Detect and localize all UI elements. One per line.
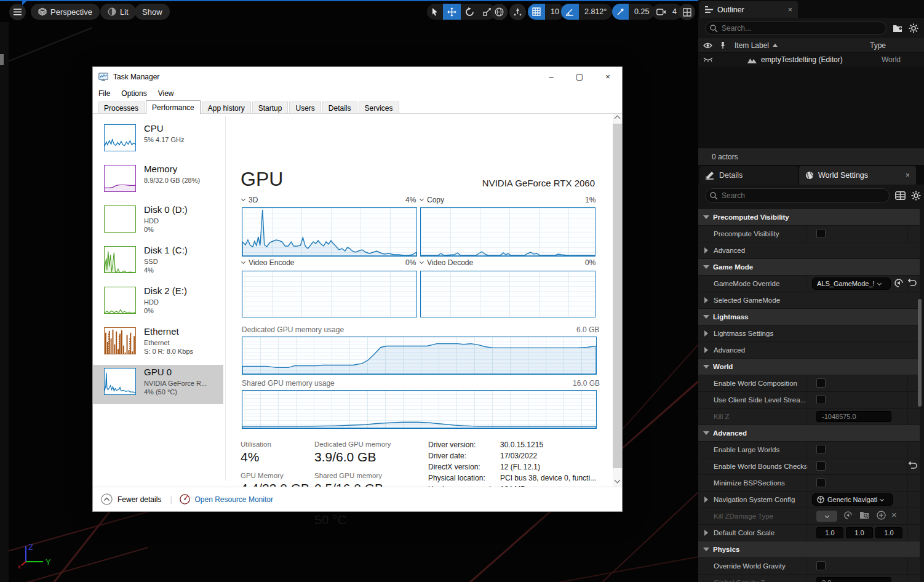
override-world-gravity-checkbox[interactable] — [816, 561, 826, 570]
outliner-settings-gear-icon[interactable] — [909, 23, 918, 33]
add-element-icon[interactable] — [877, 511, 886, 520]
hidden-eye-icon[interactable] — [703, 57, 713, 62]
section-world[interactable]: World — [698, 359, 920, 375]
settings-gear-icon[interactable] — [911, 191, 921, 201]
world-settings-search-input[interactable] — [705, 188, 890, 203]
rotate-tool-button[interactable] — [461, 4, 479, 20]
sidebar-item-disk0[interactable]: Disk 0 (D:) HDD 0% — [93, 202, 223, 242]
color-scale-g-field[interactable]: 1.0 — [846, 527, 873, 538]
row-selected-gamemode[interactable]: Selected GameMode — [698, 292, 920, 309]
row-advanced-1[interactable]: Advanced — [698, 242, 920, 259]
sidebar-item-memory[interactable]: Memory 8.9/32.0 GB (28%) — [93, 162, 223, 201]
chart-copy-label[interactable]: Copy — [420, 196, 444, 204]
menu-file[interactable]: File — [93, 89, 116, 98]
close-icon[interactable]: × — [788, 6, 792, 14]
fewer-details-button[interactable]: Fewer details — [117, 495, 161, 504]
show-button[interactable]: Show — [135, 4, 170, 20]
use-client-side-level-streaming-checkbox[interactable] — [816, 395, 826, 404]
row-lightmass-settings[interactable]: Lightmass Settings — [698, 325, 920, 342]
minimize-button[interactable]: – — [537, 67, 565, 86]
world-space-button[interactable] — [491, 4, 508, 20]
clear-icon[interactable]: × — [891, 509, 897, 520]
enable-large-worlds-checkbox[interactable] — [816, 445, 826, 454]
scale-snap-button[interactable] — [612, 4, 629, 20]
title-bar[interactable]: Task Manager – ▢ × — [93, 67, 622, 87]
new-folder-icon[interactable] — [893, 24, 902, 33]
section-game-mode[interactable]: Game Mode — [698, 259, 920, 276]
use-selected-asset-icon[interactable] — [843, 511, 853, 520]
kill-zdamage-dropdown-button[interactable] — [816, 511, 837, 522]
item-label-column-header[interactable]: Item Label — [735, 41, 769, 50]
column-view-icon[interactable] — [895, 191, 906, 200]
outliner-row[interactable]: emptyTestdelting (Editor) World — [698, 53, 924, 66]
tab-details[interactable]: Details — [699, 166, 798, 185]
section-physics[interactable]: Physics — [698, 541, 920, 558]
reset-to-default-icon[interactable] — [908, 461, 917, 469]
close-button[interactable]: × — [594, 67, 622, 86]
enable-world-composition-checkbox[interactable] — [816, 378, 826, 388]
sidebar-item-cpu[interactable]: CPU 5% 4.17 GHz — [93, 121, 223, 161]
tab-services[interactable]: Services — [359, 102, 399, 114]
section-lightmass[interactable]: Lightmass — [698, 309, 920, 325]
row-enable-world-composition: Enable World Composition — [698, 375, 920, 392]
pin-column-icon[interactable] — [720, 41, 726, 49]
scroll-down-icon[interactable] — [615, 477, 621, 484]
sidebar-item-disk1[interactable]: Disk 1 (C:) SSD 4% — [93, 243, 223, 282]
close-icon[interactable]: × — [906, 171, 910, 180]
tab-details[interactable]: Details — [322, 102, 357, 114]
color-scale-b-field[interactable]: 1.0 — [875, 527, 902, 538]
scroll-up-icon[interactable] — [615, 116, 621, 122]
section-precomputed-visibility[interactable]: Precomputed Visibility — [698, 209, 920, 226]
tab-outliner[interactable]: Outliner × — [699, 1, 798, 18]
menu-options[interactable]: Options — [116, 89, 152, 98]
navigation-system-config-dropdown[interactable]: Generic Navigati — [812, 493, 893, 506]
section-advanced[interactable]: Advanced — [698, 425, 920, 442]
world-settings-scrollbar[interactable] — [918, 299, 922, 407]
camera-speed-button[interactable] — [652, 4, 671, 20]
viewport-menu-button[interactable] — [9, 4, 26, 20]
scale-snap-value[interactable]: 0.25 — [629, 4, 655, 20]
outliner-search-input[interactable] — [705, 22, 886, 35]
type-column-header[interactable]: Type — [870, 41, 886, 50]
viewport-layout-button[interactable] — [679, 4, 695, 20]
tab-startup[interactable]: Startup — [252, 102, 289, 114]
sidebar-item-gpu0[interactable]: GPU 0 NVIDIA GeForce R... 4% (50 °C) — [93, 365, 223, 404]
scrollbar-thumb[interactable] — [613, 124, 622, 468]
chart-video-decode-label[interactable]: Video Decode — [420, 258, 473, 267]
outliner-item-label[interactable]: emptyTestdelting (Editor) — [761, 55, 843, 64]
open-resource-monitor-link[interactable]: Open Resource Monitor — [195, 495, 273, 504]
chart-3d-label[interactable]: 3D — [242, 196, 258, 204]
perspective-button[interactable]: Perspective — [31, 4, 100, 20]
left-dock-tab[interactable] — [0, 54, 4, 65]
row-advanced-2[interactable]: Advanced — [698, 342, 920, 359]
grid-snap-button[interactable] — [528, 4, 545, 20]
angle-snap-value[interactable]: 2.812° — [579, 4, 612, 20]
tab-performance[interactable]: Performance — [146, 100, 201, 114]
menu-view[interactable]: View — [153, 89, 180, 98]
browse-asset-folder-icon[interactable] — [859, 511, 869, 519]
minimize-bspsections-checkbox[interactable] — [816, 478, 826, 487]
surface-snap-button[interactable] — [509, 4, 526, 20]
color-scale-r-field[interactable]: 1.0 — [816, 527, 843, 538]
browse-to-asset-icon[interactable] — [894, 278, 904, 288]
kill-z-field[interactable]: -1048575.0 — [816, 411, 891, 422]
tab-processes[interactable]: Processes — [98, 102, 145, 114]
gamemode-override-dropdown[interactable]: ALS_GameMode_! — [812, 277, 891, 290]
sidebar-item-ethernet[interactable]: Ethernet Ethernet S: 0 R: 8.0 Kbps — [93, 324, 223, 364]
tab-users[interactable]: Users — [289, 102, 321, 114]
visibility-column-eye-icon[interactable] — [703, 42, 712, 49]
reset-to-default-icon[interactable] — [907, 278, 917, 287]
global-gravity-z-field[interactable]: 0.0 — [816, 577, 891, 582]
content-scrollbar[interactable] — [613, 114, 622, 487]
sidebar-item-disk2[interactable]: Disk 2 (E:) HDD 0% — [93, 284, 223, 323]
tab-app-history[interactable]: App history — [202, 102, 251, 114]
precompute-visibility-checkbox[interactable] — [816, 229, 826, 238]
move-tool-button[interactable] — [443, 4, 461, 20]
enable-world-bounds-checks-checkbox[interactable] — [816, 461, 826, 471]
chart-video-encode-label[interactable]: Video Encode — [242, 258, 295, 267]
angle-snap-button[interactable] — [561, 4, 579, 20]
select-tool-button[interactable] — [427, 4, 443, 20]
maximize-button[interactable]: ▢ — [565, 67, 594, 86]
lit-button[interactable]: Lit — [100, 4, 136, 20]
tab-world-settings[interactable]: World Settings × — [799, 166, 916, 185]
